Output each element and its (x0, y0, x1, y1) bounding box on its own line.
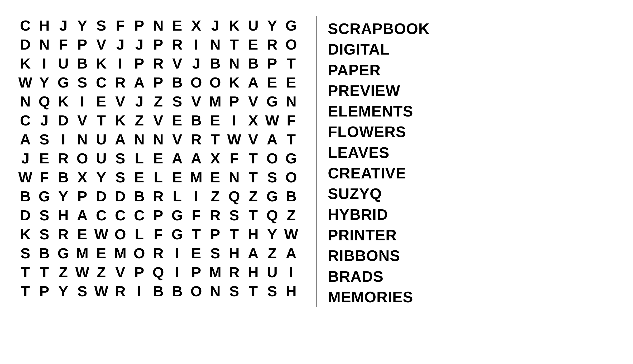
grid-cell: F (187, 206, 206, 225)
grid-cell: O (282, 168, 301, 187)
grid-cell: S (111, 149, 130, 168)
grid-cell: C (92, 206, 111, 225)
grid-cell: M (206, 92, 225, 111)
grid-cell: U (92, 130, 111, 149)
grid-cell: O (187, 282, 206, 300)
grid-cell: D (92, 187, 111, 206)
grid-cell: X (73, 168, 92, 187)
grid-cell: X (244, 111, 263, 130)
grid-cell: O (130, 244, 149, 263)
grid-cell: J (187, 54, 206, 73)
grid-cell: M (111, 244, 130, 263)
grid-cell: Y (92, 168, 111, 187)
grid-cell: M (206, 263, 225, 282)
grid-table: CHJYSFPNEXJKUYGDNFPVJJPRINTEROKIUBKIPRVJ… (16, 16, 301, 300)
grid-cell: D (111, 187, 130, 206)
word-item: PAPER (328, 60, 430, 80)
word-item: RIBBONS (328, 245, 430, 266)
grid-cell: H (244, 225, 263, 244)
grid-cell: Z (206, 187, 225, 206)
main-content: CHJYSFPNEXJKUYGDNFPVJJPRINTEROKIUBKIPRVJ… (16, 16, 617, 307)
grid-cell: Z (54, 263, 73, 282)
grid-cell: E (73, 225, 92, 244)
grid-cell: J (16, 149, 35, 168)
grid-cell: C (16, 16, 35, 35)
grid-cell: T (206, 130, 225, 149)
grid-cell: Z (149, 92, 168, 111)
grid-cell: M (187, 168, 206, 187)
grid-cell: W (282, 225, 301, 244)
grid-cell: E (206, 111, 225, 130)
grid-cell: D (16, 206, 35, 225)
grid-cell: T (244, 206, 263, 225)
grid-cell: W (92, 282, 111, 300)
word-item: HYBRID (328, 204, 430, 225)
grid-cell: L (149, 168, 168, 187)
grid-cell: E (168, 168, 187, 187)
grid-cell: R (54, 149, 73, 168)
grid-cell: V (149, 111, 168, 130)
grid-cell: I (282, 263, 301, 282)
grid-cell: E (168, 111, 187, 130)
grid-cell: V (73, 111, 92, 130)
grid-cell: Y (263, 225, 282, 244)
grid-cell: I (111, 54, 130, 73)
grid-cell: Z (130, 111, 149, 130)
grid-cell: I (54, 130, 73, 149)
grid-cell: B (130, 187, 149, 206)
grid-cell: P (149, 73, 168, 92)
grid-cell: G (282, 16, 301, 35)
grid-cell: J (111, 35, 130, 54)
grid-cell: F (35, 168, 54, 187)
grid-cell: G (168, 225, 187, 244)
grid-cell: O (187, 73, 206, 92)
grid-cell: W (225, 130, 244, 149)
grid-cell: N (225, 168, 244, 187)
grid-cell: Z (244, 187, 263, 206)
grid-cell: T (244, 149, 263, 168)
grid-cell: F (282, 111, 301, 130)
grid-cell: P (35, 282, 54, 300)
grid-cell: I (73, 92, 92, 111)
grid-cell: D (16, 35, 35, 54)
grid-cell: S (73, 282, 92, 300)
grid-cell: N (206, 35, 225, 54)
grid-cell: U (244, 16, 263, 35)
grid-cell: G (263, 92, 282, 111)
grid-cell: T (16, 263, 35, 282)
grid-cell: V (111, 92, 130, 111)
grid-cell: B (168, 282, 187, 300)
grid-cell: A (16, 130, 35, 149)
grid-cell: O (111, 225, 130, 244)
grid-cell: T (244, 282, 263, 300)
grid-cell: S (111, 168, 130, 187)
grid-cell: A (187, 149, 206, 168)
grid-cell: V (168, 130, 187, 149)
grid-cell: Y (35, 73, 54, 92)
grid-cell: P (130, 54, 149, 73)
grid-cell: A (168, 149, 187, 168)
grid-cell: L (168, 187, 187, 206)
word-item: MEMORIES (328, 287, 430, 307)
word-item: ELEMENTS (328, 101, 430, 122)
grid-cell: T (92, 111, 111, 130)
word-item: DIGITAL (328, 39, 430, 60)
grid-cell: C (130, 206, 149, 225)
grid-cell: T (187, 225, 206, 244)
grid-cell: I (130, 282, 149, 300)
grid-cell: W (73, 263, 92, 282)
grid-cell: W (16, 73, 35, 92)
grid-cell: B (244, 54, 263, 73)
grid-cell: K (111, 111, 130, 130)
grid-cell: R (111, 73, 130, 92)
grid-cell: E (282, 73, 301, 92)
grid-cell: K (225, 16, 244, 35)
grid-cell: K (225, 73, 244, 92)
grid-cell: I (168, 263, 187, 282)
vertical-divider (316, 16, 317, 307)
grid-cell: S (35, 130, 54, 149)
grid-cell: R (206, 206, 225, 225)
grid-cell: K (16, 54, 35, 73)
grid-cell: A (244, 244, 263, 263)
grid-cell: G (54, 73, 73, 92)
